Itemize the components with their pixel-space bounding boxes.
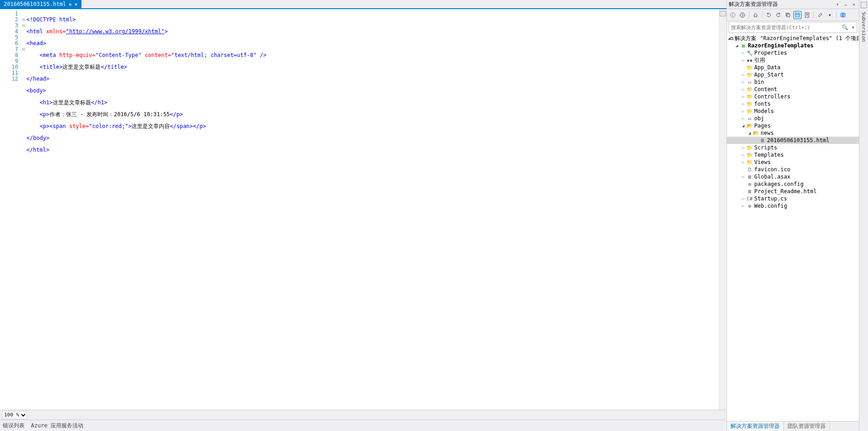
references-icon: ▪▪ — [746, 57, 753, 63]
sync-icon[interactable] — [765, 11, 773, 19]
expand-icon[interactable] — [741, 58, 746, 62]
wrench-icon: 🔧 — [746, 50, 753, 56]
expand-icon[interactable] — [741, 80, 746, 84]
error-list-tab[interactable]: 错误列表 — [3, 422, 25, 430]
expand-icon[interactable] — [741, 109, 746, 113]
tree-item-folder[interactable]: 📁fonts — [727, 100, 859, 108]
expand-icon[interactable] — [741, 87, 746, 92]
code-content[interactable]: <!DOCTYPE html> <html xmlns="http://www.… — [26, 9, 719, 410]
show-all-files-icon[interactable] — [793, 11, 802, 19]
tree-item-folder[interactable]: ▭bin — [727, 78, 859, 86]
folder-icon: 📁 — [746, 93, 753, 100]
tree-item-file[interactable]: ⚙packages.config — [727, 180, 859, 188]
tree-item-file[interactable]: 🗎Global.asax — [727, 173, 859, 180]
expand-icon[interactable] — [741, 51, 746, 55]
pin-icon[interactable]: ⫠ — [843, 1, 849, 8]
tree-item-pages[interactable]: 📂Pages — [727, 122, 859, 129]
tree-item-folder[interactable]: 📁App_Start — [727, 71, 859, 78]
expand-icon[interactable] — [741, 123, 746, 128]
vertical-scrollbar[interactable]: ▴ — [719, 9, 726, 410]
svg-rect-4 — [796, 13, 799, 17]
subversion-tab[interactable]: Subversion — [860, 9, 867, 45]
tree-item-folder[interactable]: ▭obj — [727, 115, 859, 122]
folder-open-icon: 📂 — [746, 123, 753, 129]
tree-item-folder[interactable]: 📁Models — [727, 108, 859, 115]
tree-item-folder[interactable]: 📁Scripts — [727, 144, 859, 151]
tree-item-file[interactable]: C#Startup.cs — [727, 195, 859, 202]
tree-item-folder[interactable]: 📁Controllers — [727, 93, 859, 100]
expand-icon[interactable] — [747, 131, 752, 135]
expand-icon[interactable] — [741, 174, 746, 179]
project-node[interactable]: ▦ RazorEngineTemplates — [727, 42, 859, 49]
properties-icon[interactable] — [803, 11, 811, 19]
tree-item-properties[interactable]: 🔧Properties — [727, 49, 859, 56]
expand-icon[interactable] — [741, 94, 746, 99]
tree-item-folder[interactable]: 📁Content — [727, 86, 859, 93]
side-box-icon[interactable] — [861, 2, 867, 8]
tree-item-file[interactable]: 🗋favicon.ico — [727, 166, 859, 173]
svg-point-1 — [740, 13, 745, 17]
explorer-bottom-tabs: 解决方案资源管理器 团队资源管理器 — [727, 421, 859, 431]
expand-icon[interactable] — [741, 153, 746, 157]
expand-icon[interactable] — [734, 43, 740, 48]
wrench-dropdown-icon[interactable]: ▾ — [826, 11, 834, 19]
asax-icon: 🗎 — [746, 174, 753, 180]
dropdown-icon[interactable]: ▾ — [834, 1, 841, 8]
azure-tab[interactable]: Azure 应用服务活动 — [31, 422, 83, 430]
tree-item-file[interactable]: ⚙Web.config — [727, 202, 859, 210]
folder-icon: 📁 — [746, 159, 753, 165]
back-icon[interactable] — [729, 11, 737, 19]
zoom-select[interactable]: 100 % — [2, 411, 27, 419]
folder-icon: 📁 — [746, 72, 753, 78]
tree-item-news[interactable]: 📂news — [727, 129, 859, 137]
close-icon[interactable]: ✕ — [851, 1, 857, 8]
search-input[interactable] — [731, 25, 842, 31]
html-file-icon: 🗎 — [759, 137, 766, 144]
tree-item-references[interactable]: ▪▪引用 — [727, 56, 859, 64]
tree-item-folder[interactable]: 📁App_Data — [727, 64, 859, 71]
tree-item-folder[interactable]: 📁Templates — [727, 151, 859, 159]
solution-icon: ⧉ — [730, 35, 734, 41]
tab-team-explorer[interactable]: 团队资源管理器 — [784, 421, 830, 431]
code-editor[interactable]: 123456789101112 ⊟ ⊟ ⊟ <!DOCTYPE html> <h… — [0, 9, 726, 410]
file-tab[interactable]: 20160506103155.html ⊕ ✕ — [0, 0, 81, 8]
solution-tree[interactable]: ⧉ 解决方案 "RazorEngineTemplates" (1 个项目) ▦ … — [727, 34, 859, 421]
line-gutter: 123456789101112 — [0, 9, 21, 410]
tree-item-folder[interactable]: 📁Views — [727, 159, 859, 166]
folder-icon: 📁 — [746, 86, 753, 92]
globe-icon[interactable] — [839, 11, 847, 19]
search-box[interactable]: 🔍 ▾ — [729, 22, 857, 33]
expand-icon[interactable] — [741, 196, 746, 201]
forward-icon[interactable] — [738, 11, 746, 19]
panel-title: 解决方案资源管理器 — [729, 0, 832, 8]
cs-file-icon: C# — [746, 195, 753, 202]
right-side-strip: Subversion — [859, 0, 868, 431]
fold-column[interactable]: ⊟ ⊟ ⊟ — [21, 9, 26, 410]
folder-icon: 📁 — [746, 152, 753, 158]
split-handle-icon[interactable] — [720, 11, 726, 16]
svg-point-0 — [731, 13, 735, 17]
expand-icon[interactable] — [741, 116, 746, 121]
tab-solution-explorer[interactable]: 解决方案资源管理器 — [727, 421, 784, 431]
solution-node[interactable]: ⧉ 解决方案 "RazorEngineTemplates" (1 个项目) — [727, 35, 859, 42]
folder-ghost-icon: ▭ — [746, 115, 753, 122]
home-icon[interactable] — [751, 11, 760, 19]
folder-open-icon: 📂 — [752, 130, 760, 136]
expand-icon[interactable] — [741, 204, 746, 208]
pin-icon[interactable]: ⊕ — [69, 2, 71, 7]
close-icon[interactable]: ✕ — [74, 1, 77, 7]
expand-icon[interactable] — [741, 102, 746, 106]
refresh-icon[interactable] — [774, 11, 782, 19]
expand-icon[interactable] — [741, 72, 746, 77]
explorer-toolbar: ▾ — [727, 9, 859, 21]
tab-label: 20160506103155.html — [4, 1, 66, 7]
tree-item-file[interactable]: 🗎Project_Readme.html — [727, 188, 859, 195]
expand-icon[interactable] — [741, 145, 746, 150]
html-file-icon: 🗎 — [746, 188, 753, 195]
tree-item-html-file[interactable]: 🗎20160506103155.html — [727, 137, 859, 144]
search-icon[interactable]: 🔍 ▾ — [842, 24, 855, 31]
collapse-all-icon[interactable] — [784, 11, 792, 19]
folder-icon: 📁 — [746, 108, 753, 114]
expand-icon[interactable] — [741, 160, 746, 164]
wrench-icon[interactable] — [816, 11, 824, 19]
